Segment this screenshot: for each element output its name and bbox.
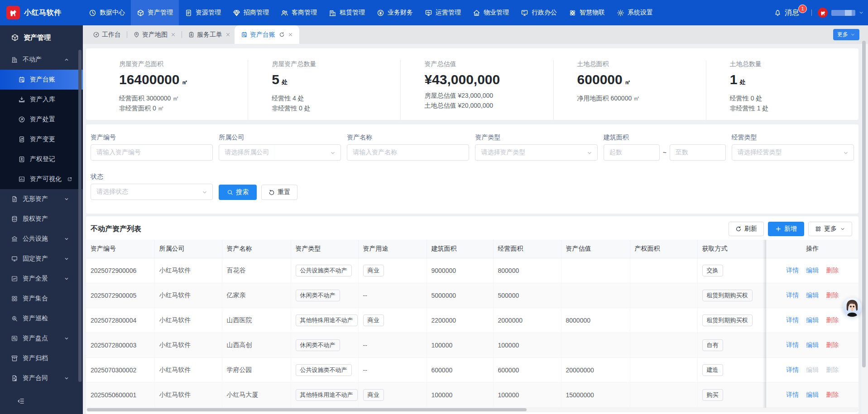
nav-item-客商管理[interactable]: 客商管理 (275, 0, 323, 25)
range-from-input[interactable]: 起数 (604, 144, 660, 161)
sidebar-item-label: 资产入库 (30, 95, 55, 104)
sidebar-item-资产全景[interactable]: 资产全景 (0, 269, 83, 289)
row-action-详情[interactable]: 详情 (786, 266, 799, 274)
tab-工作台[interactable]: 工作台 (89, 25, 125, 44)
nav-item-label: 租赁管理 (340, 9, 365, 17)
nav-item-资源管理[interactable]: 资源管理 (179, 0, 227, 25)
sidebar-item-股权资产[interactable]: 股权资产 (0, 209, 83, 229)
stat-number: 1 (730, 72, 738, 87)
sidebar-item-资产处置[interactable]: 资产处置 (0, 109, 83, 129)
sidebar-item-产权登记[interactable]: 产权登记 (0, 149, 83, 169)
stat-subline: 经营面积 3000000 ㎡ (119, 93, 248, 103)
row-action-详情[interactable]: 详情 (786, 391, 799, 398)
stat-unit: ㎡ (182, 75, 187, 90)
row-action-删除[interactable]: 删除 (826, 316, 839, 324)
select-状态[interactable]: 请选择状态 (91, 184, 213, 200)
tab-服务工单[interactable]: 服务工单 (184, 25, 235, 44)
input-资产名称[interactable]: 请输入资产名称 (347, 144, 469, 161)
sidebar-item-资产合同[interactable]: 资产合同 (0, 368, 83, 388)
row-action-删除[interactable]: 删除 (826, 266, 839, 274)
filter-label: 建筑面积 (604, 133, 726, 142)
sidebar-collapse-button[interactable] (0, 388, 77, 414)
sidebar: 资产管理 不动产资产台账资产入库资产处置资产变更产权登记资产可视化无形资产股权资… (0, 25, 83, 414)
row-action-编辑[interactable]: 编辑 (806, 266, 819, 274)
sidebar-item-资产集合[interactable]: 资产集合 (0, 289, 83, 309)
property-area-cell (630, 258, 697, 283)
row-action-删除[interactable]: 删除 (826, 391, 839, 398)
search-button[interactable]: 搜索 (219, 185, 257, 200)
brand-logo-horse-icon[interactable] (6, 6, 20, 19)
change-doc-icon (18, 136, 25, 143)
assistant-mascot-avatar[interactable] (843, 298, 862, 317)
nav-item-物业管理[interactable]: 物业管理 (467, 0, 515, 25)
row-action-编辑[interactable]: 编辑 (806, 391, 819, 398)
horizontal-scrollbar-thumb[interactable] (87, 408, 527, 411)
table-more-button[interactable]: 更多 (808, 222, 852, 236)
reset-button[interactable]: 重置 (261, 185, 297, 200)
nav-item-招商管理[interactable]: 招商管理 (227, 0, 275, 25)
user-chevron-down-icon[interactable] (858, 10, 864, 15)
nav-item-智慧物联[interactable]: 智慧物联 (563, 0, 611, 25)
vertical-scrollbar-thumb[interactable] (862, 41, 866, 367)
tab-close-icon[interactable] (225, 32, 230, 37)
tab-资产台账[interactable]: 资产台账 (235, 25, 299, 44)
valuation-cell (561, 258, 630, 283)
row-action-编辑[interactable]: 编辑 (806, 341, 819, 348)
sidebar-item-不动产[interactable]: 不动产 (0, 50, 83, 70)
table-more-label: 更多 (824, 225, 837, 233)
acquire-method-cell: 购买 (697, 382, 766, 407)
refresh-button[interactable]: 刷新 (729, 222, 764, 236)
sidebar-item-资产变更[interactable]: 资产变更 (0, 129, 83, 149)
sidebar-item-资产入库[interactable]: 资产入库 (0, 90, 83, 109)
nav-item-资产管理[interactable]: 资产管理 (131, 0, 179, 25)
nav-item-系统设置[interactable]: 系统设置 (611, 0, 659, 25)
chevron-down-icon (330, 150, 336, 156)
sidebar-scrollbar-thumb[interactable] (78, 50, 82, 382)
user-name-redacted[interactable] (831, 10, 855, 16)
nav-item-租赁管理[interactable]: 租赁管理 (323, 0, 371, 25)
sidebar-item-无形资产[interactable]: 无形资产 (0, 189, 83, 209)
invest-gem-icon (233, 9, 240, 17)
sidebar-item-资产巡检[interactable]: 资产巡检 (0, 309, 83, 328)
sidebar-item-固定资产[interactable]: 固定资产 (0, 249, 83, 269)
range-to-input[interactable]: 至数 (670, 144, 726, 161)
sidebar-item-公共设施[interactable]: 公共设施 (0, 229, 83, 249)
sidebar-item-资产盘点[interactable]: 资产盘点 (0, 328, 83, 348)
column-header-经营面积: 经营面积 (493, 240, 561, 258)
tab-refresh-icon[interactable] (279, 32, 285, 38)
acquire-method-cell: 自有 (697, 333, 766, 357)
stat-资产总估值: 资产总估值¥43,000,000房屋总估值 ¥23,000,000土地总估值 ¥… (400, 60, 553, 120)
sidebar-item-资产可视化[interactable]: 资产可视化 (0, 169, 83, 189)
select-所属公司[interactable]: 请选择所属公司 (219, 144, 341, 161)
row-action-详情[interactable]: 详情 (786, 341, 799, 348)
nav-item-数据中心[interactable]: 数据中心 (83, 0, 131, 25)
tab-close-icon[interactable] (288, 32, 293, 37)
asset-usage-cell: 商业 (358, 308, 427, 333)
row-action-详情[interactable]: 详情 (786, 291, 799, 299)
stat-土地总面积: 土地总面积600000㎡净用地面积 600000 ㎡ (553, 60, 706, 120)
tabbar: 工作台资产地图服务工单资产台账 更多 (83, 25, 868, 44)
select-资产类型[interactable]: 请选择资产类型 (475, 144, 597, 161)
sidebar-item-资产归档[interactable]: 资产归档 (0, 348, 83, 368)
stat-subline: 经营性 4 处 (272, 93, 400, 103)
row-action-详情[interactable]: 详情 (786, 366, 799, 373)
tabbar-more-button[interactable]: 更多 (833, 29, 859, 40)
nav-item-业务财务[interactable]: 业务财务 (371, 0, 419, 25)
messages-entry[interactable]: 消息 (774, 8, 799, 18)
user-avatar[interactable] (818, 8, 828, 18)
stat-sublines: 净用地面积 600000 ㎡ (577, 93, 706, 103)
nav-item-行政办公[interactable]: 行政办公 (515, 0, 563, 25)
nav-item-运营管理[interactable]: 运营管理 (419, 0, 467, 25)
add-button[interactable]: 新增 (768, 222, 804, 236)
sidebar-item-资产台账[interactable]: 资产台账 (0, 70, 83, 90)
select-经营类型[interactable]: 请选择经营类型 (732, 144, 854, 161)
row-action-编辑[interactable]: 编辑 (806, 291, 819, 299)
row-action-详情[interactable]: 详情 (786, 316, 799, 324)
input-资产编号[interactable]: 请输入资产编号 (91, 144, 213, 161)
row-action-编辑[interactable]: 编辑 (806, 316, 819, 324)
tab-close-icon[interactable] (171, 32, 176, 37)
tab-资产地图[interactable]: 资产地图 (129, 25, 180, 44)
row-action-删除[interactable]: 删除 (826, 291, 839, 299)
row-action-删除[interactable]: 删除 (826, 341, 839, 348)
filter-row-1: 资产编号请输入资产编号所属公司请选择所属公司资产名称请输入资产名称资产类型请选择… (91, 133, 854, 161)
